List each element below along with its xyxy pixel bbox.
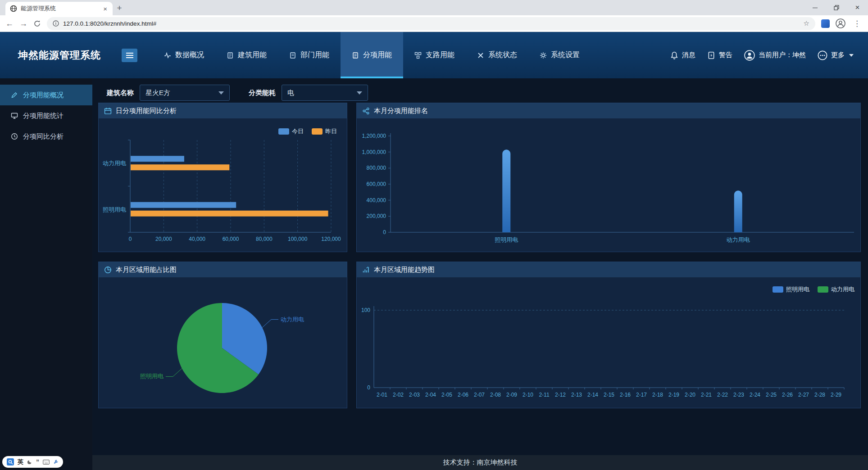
- hamburger-icon: [126, 52, 134, 59]
- legend-item[interactable]: 照明用电: [773, 285, 809, 294]
- panel-area-pie: 本月区域用能占比图 动力用电照明用电: [98, 262, 347, 408]
- axis-label: 2-27: [798, 392, 809, 398]
- clock-icon: [11, 133, 18, 140]
- bar: [131, 211, 328, 217]
- keyboard-icon[interactable]: [43, 460, 50, 465]
- browser-tab[interactable]: 能源管理系统 ×: [5, 2, 113, 15]
- nav-item-system-settings[interactable]: 系统设置: [528, 32, 591, 78]
- nav-item-system-status[interactable]: 系统状态: [466, 32, 528, 78]
- panel-title: 本月区域用能趋势图: [374, 266, 435, 274]
- reload-button[interactable]: [33, 20, 41, 27]
- extension-icon[interactable]: [821, 19, 830, 28]
- axis-label: 2-05: [441, 392, 452, 398]
- url-text[interactable]: 127.0.0.1:8020/krznnh/index.html#: [63, 20, 800, 27]
- ime-language-toggle[interactable]: 英: [18, 458, 23, 466]
- current-user-button[interactable]: 当前用户：坤然: [744, 50, 806, 61]
- bell-icon: [670, 51, 678, 59]
- sidebar-item-subentry-overview[interactable]: 分项用能概况: [0, 85, 92, 105]
- sidebar-item-label: 分项用能概况: [23, 91, 64, 99]
- ime-punctuation-toggle[interactable]: ”: [36, 459, 39, 465]
- more-dots-icon: [818, 50, 827, 60]
- browser-menu-icon[interactable]: ⋮: [851, 19, 863, 28]
- legend-item[interactable]: 今日: [278, 127, 304, 136]
- monthly-ranking-chart: 0200,000400,000600,000800,0001,000,0001,…: [357, 118, 861, 253]
- axis-label: 2-03: [409, 392, 420, 398]
- nav-item-building-energy[interactable]: 建筑用能: [215, 32, 278, 78]
- minimize-button[interactable]: [804, 0, 826, 15]
- sidebar-item-subentry-statistics[interactable]: 分项用能统计: [0, 105, 92, 126]
- axis-label: 2-21: [701, 392, 712, 398]
- trend-bars-icon: [362, 266, 370, 274]
- messages-button[interactable]: 消息: [670, 51, 695, 59]
- nav-item-department-energy[interactable]: 部门用能: [278, 32, 341, 78]
- ime-logo-icon[interactable]: [7, 458, 14, 465]
- nav-item-subentry-energy[interactable]: 分项用能: [341, 32, 403, 78]
- restore-button[interactable]: [826, 0, 847, 15]
- alerts-button[interactable]: 警告: [707, 51, 732, 59]
- panel-header: 日分项用能同比分析: [99, 103, 347, 118]
- legend-label: 昨日: [325, 127, 337, 136]
- axis-label: 2-23: [733, 392, 744, 398]
- nav-item-branch-energy[interactable]: 支路用能: [403, 32, 466, 78]
- subentry-doc-icon: [352, 52, 359, 59]
- user-avatar-icon: [744, 50, 755, 61]
- more-button[interactable]: 更多: [818, 50, 854, 60]
- axis-label: 100: [361, 307, 370, 313]
- header-right: 消息 警告 当前用户：坤然 更多: [670, 32, 854, 78]
- back-button[interactable]: ←: [5, 19, 14, 27]
- pie-chart-icon: [104, 266, 112, 274]
- building-select[interactable]: 星火E方: [140, 85, 230, 101]
- axis-label: 2-29: [831, 392, 841, 398]
- tab-close-icon[interactable]: ×: [102, 5, 108, 12]
- profile-avatar-icon[interactable]: [836, 18, 845, 28]
- energy-select[interactable]: 电: [282, 85, 368, 101]
- globe-favicon-icon: [10, 5, 17, 12]
- axis-label: 2-11: [539, 392, 549, 398]
- pie-label-line: [166, 368, 182, 376]
- sidebar-toggle-button[interactable]: [122, 49, 137, 62]
- content-area: 建筑名称 星火E方 分类能耗 电: [92, 78, 868, 470]
- close-button[interactable]: ×: [847, 0, 868, 15]
- panel-daily-comparison: 日分项用能同比分析 020,00040,00060,00080,000100,0…: [98, 103, 347, 252]
- info-icon[interactable]: [53, 20, 59, 27]
- legend-item[interactable]: 昨日: [312, 127, 337, 136]
- nav-item-data-overview[interactable]: 数据概况: [153, 32, 215, 78]
- axis-label: 2-06: [458, 392, 468, 398]
- restore-icon: [834, 5, 839, 10]
- app-logo: 坤然能源管理系统: [18, 49, 101, 62]
- monitor-icon: [11, 112, 18, 119]
- axis-label: 120,000: [321, 236, 341, 242]
- panel-area-trend: 本月区域用能趋势图 10002-012-022-032-042-052-062-…: [356, 262, 861, 408]
- main-nav: 数据概况 建筑用能 部门用能 分项用能 支路用能 系统状态: [153, 32, 591, 78]
- new-tab-button[interactable]: +: [113, 2, 126, 14]
- legend-label: 今日: [292, 127, 304, 136]
- nav-label: 系统状态: [488, 50, 517, 60]
- sidebar-item-label: 分项用能统计: [23, 112, 64, 120]
- tab-title: 能源管理系统: [21, 5, 99, 13]
- chevron-down-icon: [849, 54, 854, 57]
- axis-label: 60,000: [223, 236, 239, 242]
- sidebar-item-subentry-comparison[interactable]: 分项同比分析: [0, 126, 92, 147]
- axis-label: 400,000: [367, 197, 386, 203]
- panel-title: 本月分项用能排名: [374, 107, 428, 115]
- wrench-icon[interactable]: [53, 459, 59, 465]
- axis-label: 0: [367, 384, 370, 391]
- current-user-label: 当前用户：坤然: [759, 51, 806, 59]
- axis-label: 1,200,000: [362, 133, 386, 139]
- app-header: 坤然能源管理系统 数据概况 建筑用能 部门用能 分项用能: [0, 32, 868, 78]
- bookmark-star-icon[interactable]: ☆: [804, 19, 809, 27]
- legend-item[interactable]: 动力用电: [818, 285, 854, 294]
- moon-icon[interactable]: [27, 459, 32, 465]
- address-bar[interactable]: 127.0.0.1:8020/krznnh/index.html# ☆: [47, 17, 815, 30]
- sidebar-item-label: 分项同比分析: [23, 132, 64, 141]
- forward-button[interactable]: →: [19, 19, 27, 27]
- bar: [131, 156, 184, 162]
- axis-label: 2-17: [636, 392, 647, 398]
- nav-label: 系统设置: [551, 50, 580, 60]
- messages-label: 消息: [682, 51, 695, 59]
- alert-bolt-icon: [707, 51, 715, 59]
- ime-toolbar: 英 ”: [2, 456, 63, 468]
- panel-header: 本月区域用能趋势图: [357, 262, 860, 277]
- axis-label: 动力用电: [281, 316, 304, 323]
- axis-label: 动力用电: [727, 236, 750, 243]
